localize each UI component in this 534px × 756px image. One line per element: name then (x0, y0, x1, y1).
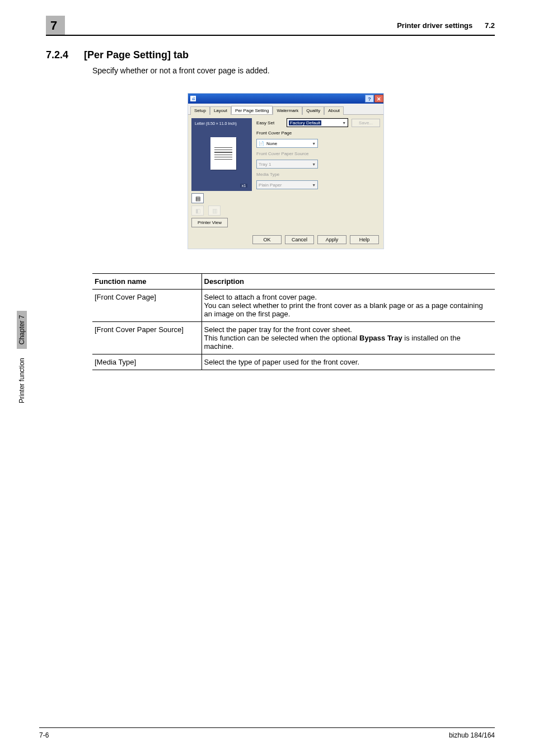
easy-set-save-button[interactable]: Save... (352, 119, 380, 127)
titlebar-close-button[interactable]: ✕ (374, 95, 383, 102)
chapter-number-badge: 7 (46, 16, 65, 35)
dialog-tabs: Setup Layout Per Page Setting Watermark … (188, 104, 383, 115)
dialog-titlebar: 🖨 ? ✕ (188, 94, 383, 104)
preview-page-icon (210, 137, 236, 170)
section-heading: 7.2.4 [Per Page Setting] tab (46, 49, 189, 61)
side-label: Printer function Chapter 7 (17, 311, 27, 403)
front-cover-page-label: Front Cover Page (256, 130, 380, 136)
app-icon: 🖨 (190, 96, 196, 101)
table-row: [Media Type] Select the type of paper us… (92, 354, 495, 370)
easy-set-label: Easy Set (256, 120, 283, 125)
easy-set-value: Factory Default (289, 120, 321, 125)
header-breadcrumb: Printer driver settings 7.2 (397, 21, 495, 30)
layout-icon-3: ▥ (208, 206, 221, 216)
header-rule (46, 35, 495, 36)
ok-button[interactable]: OK (252, 235, 282, 244)
per-page-setting-dialog: 🖨 ? ✕ Setup Layout Per Page Setting Wate… (188, 93, 384, 249)
section-intro: Specify whether or not a front cover pag… (92, 66, 270, 75)
preview-paper-label: Letter (8.50 × 11.0 Inch) (195, 122, 249, 125)
function-table: Function name Description [Front Cover P… (92, 273, 495, 370)
tab-watermark[interactable]: Watermark (273, 106, 302, 115)
titlebar-help-button[interactable]: ? (365, 95, 374, 102)
table-row: [Front Cover Page] Select to attach a fr… (92, 290, 495, 322)
fn-name: [Front Cover Paper Source] (92, 322, 202, 354)
front-cover-source-value: Tray 1 (259, 162, 271, 167)
chapter-number: 7 (50, 18, 57, 33)
tab-layout[interactable]: Layout (210, 106, 231, 115)
table-header-description: Description (202, 274, 495, 290)
layout-icon-1: ▤ (191, 193, 204, 203)
breadcrumb-section: 7.2 (485, 21, 495, 30)
layout-icon-2: ◧ (191, 206, 204, 216)
section-number: 7.2.4 (46, 49, 68, 61)
media-type-label: Media Type (256, 172, 380, 177)
media-type-value: Plain Paper (259, 183, 282, 188)
front-cover-page-value: None (266, 141, 277, 146)
fn-name: [Media Type] (92, 354, 202, 370)
media-type-select: Plain Paper ▼ (256, 180, 318, 189)
table-header-function: Function name (92, 274, 202, 290)
side-chapter: Chapter 7 (17, 311, 27, 349)
preview-zoom-badge: x1 (240, 184, 247, 188)
page-footer: 7-6 bizhub 184/164 (39, 727, 495, 739)
chevron-down-icon: ▼ (312, 183, 316, 187)
breadcrumb-title: Printer driver settings (397, 21, 472, 30)
apply-button[interactable]: Apply (317, 235, 346, 244)
tab-about[interactable]: About (324, 106, 344, 115)
table-row: [Front Cover Paper Source] Select the pa… (92, 322, 495, 354)
front-cover-page-select[interactable]: 📄None ▼ (256, 139, 318, 148)
front-cover-source-label: Front Cover Paper Source (256, 151, 380, 156)
tab-quality[interactable]: Quality (302, 106, 324, 115)
printer-view-button[interactable]: Printer View (191, 218, 228, 227)
fn-desc: Select the paper tray for the front cove… (202, 322, 495, 354)
tab-setup[interactable]: Setup (190, 106, 210, 115)
footer-model: bizhub 184/164 (449, 731, 495, 739)
section-title: [Per Page Setting] tab (84, 49, 189, 61)
chevron-down-icon: ▼ (342, 121, 346, 125)
front-cover-none-icon: 📄 (259, 141, 264, 146)
tab-per-page-setting[interactable]: Per Page Setting (231, 106, 273, 114)
fn-name: [Front Cover Page] (92, 290, 202, 322)
side-func: Printer function (18, 358, 26, 403)
front-cover-source-select: Tray 1 ▼ (256, 160, 318, 169)
fn-desc: Select to attach a front cover page. You… (202, 290, 495, 322)
fn-desc: Select the type of paper used for the fr… (202, 354, 495, 370)
chevron-down-icon: ▼ (312, 162, 316, 166)
help-button[interactable]: Help (350, 235, 379, 244)
cancel-button[interactable]: Cancel (285, 235, 314, 244)
easy-set-select[interactable]: Factory Default ▼ (287, 118, 348, 127)
page-preview: Letter (8.50 × 11.0 Inch) x1 (191, 118, 252, 191)
footer-page: 7-6 (39, 731, 49, 739)
chevron-down-icon: ▼ (312, 142, 316, 146)
